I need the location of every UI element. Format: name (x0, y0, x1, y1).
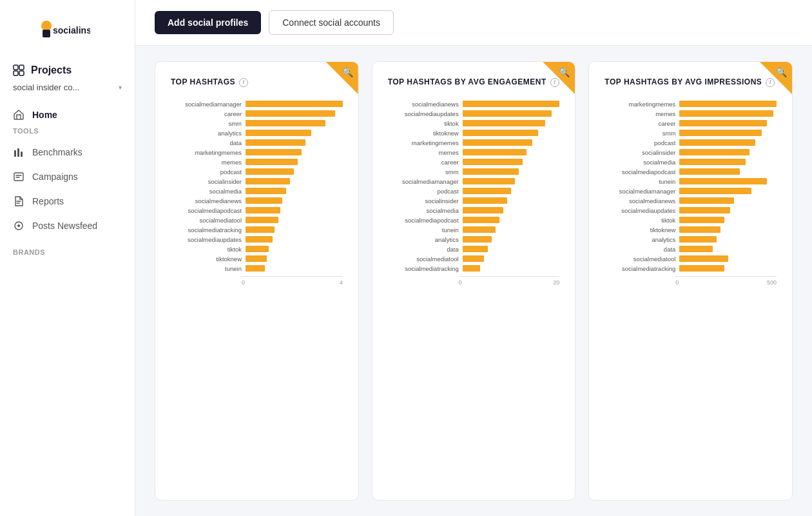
sidebar-item-home[interactable]: Home (0, 103, 135, 127)
bar-fill (463, 226, 496, 233)
info-icon-2: i (550, 78, 559, 87)
svg-point-0 (41, 21, 52, 31)
bar-label: socialmediaupdates (171, 236, 242, 243)
bar-row: tiktok (604, 217, 777, 224)
bar-track (246, 159, 343, 165)
bar-track (679, 101, 777, 107)
bar-fill (246, 149, 302, 155)
bar-fill (246, 236, 273, 243)
bar-fill (463, 178, 515, 184)
chart-top-hashtags-impressions: 🔍 TOP HASHTAGS BY AVG IMPRESSIONS i mark… (588, 61, 793, 501)
bar-label: socialmedia (171, 188, 242, 195)
svg-rect-6 (19, 71, 24, 75)
bar-fill (246, 130, 311, 136)
bar-track (679, 246, 777, 252)
bar-fill (246, 101, 343, 107)
projects-header: Projects (0, 58, 135, 80)
bar-label: career (604, 120, 675, 127)
add-social-profiles-button[interactable]: Add social profiles (155, 11, 261, 34)
bar-fill (246, 217, 278, 223)
bar-fill (246, 188, 286, 194)
sidebar-item-posts-newsfeed[interactable]: Posts Newsfeed (0, 213, 135, 238)
bar-track (463, 130, 560, 136)
bar-label: data (604, 246, 675, 253)
home-icon (13, 109, 24, 121)
bar-row: socialmediatracking (604, 265, 777, 272)
bar-row: career (604, 120, 777, 127)
svg-rect-1 (43, 30, 50, 37)
bar-label: tiktok (388, 120, 459, 127)
bar-fill (679, 130, 762, 136)
bar-fill (679, 265, 724, 272)
bar-row: tiktok (388, 120, 560, 127)
sidebar-item-reports[interactable]: Reports (0, 189, 135, 213)
bar-fill (463, 130, 539, 136)
project-dropdown[interactable]: social insider co... ▾ (0, 80, 135, 103)
bar-track (246, 236, 343, 243)
bar-label: marketingmemes (388, 139, 459, 146)
sidebar-item-campaigns[interactable]: Campaigns (0, 164, 135, 189)
bar-row: tiktok (171, 246, 343, 253)
bar-label: socialmediamanager (604, 188, 675, 195)
bar-track (246, 217, 343, 223)
bar-fill (679, 110, 773, 117)
svg-rect-10 (14, 173, 23, 181)
logo: socialinsider (13, 19, 90, 39)
bar-row: tunein (171, 265, 343, 272)
bar-fill (246, 120, 325, 126)
svg-point-12 (17, 224, 20, 227)
bar-row: data (171, 139, 343, 146)
search-icon-3[interactable]: 🔍 (776, 67, 787, 77)
bar-row: memes (171, 159, 343, 166)
bar-track (679, 188, 777, 194)
bar-track (463, 217, 560, 223)
bar-track (679, 207, 777, 213)
bar-row: socialinsider (604, 149, 777, 156)
bar-fill (463, 149, 527, 155)
connect-social-accounts-button[interactable]: Connect social accounts (269, 10, 394, 35)
bar-row: socialmediatool (604, 255, 777, 263)
charts-area: 🔍 TOP HASHTAGS i socialmediamanager care… (135, 46, 812, 516)
main-content: Add social profiles Connect social accou… (135, 0, 812, 516)
bar-track (463, 178, 560, 184)
bar-row: socialmediaupdates (604, 207, 777, 214)
bar-track (463, 159, 560, 165)
sidebar-item-benchmarks[interactable]: Benchmarks (0, 140, 135, 164)
bar-track (463, 246, 560, 252)
bar-label: socialmedianews (171, 197, 242, 204)
svg-text:socialinsider: socialinsider (53, 25, 90, 35)
search-icon[interactable]: 🔍 (342, 67, 353, 77)
bar-fill (679, 207, 730, 213)
bar-track (246, 188, 343, 194)
bar-row: data (388, 246, 560, 253)
bar-row: socialmedia (604, 159, 777, 166)
bar-fill (246, 159, 298, 165)
bar-track (463, 149, 560, 155)
bar-label: socialmediapodcast (388, 217, 459, 224)
bar-label: socialmediatool (388, 255, 459, 263)
bar-fill (246, 255, 267, 262)
bar-fill (463, 168, 519, 175)
bar-label: career (171, 110, 242, 117)
bar-track (679, 226, 777, 233)
search-icon-2[interactable]: 🔍 (559, 67, 570, 77)
bar-label: tiktoknew (171, 255, 242, 263)
bar-fill (246, 110, 335, 117)
bar-fill (246, 168, 294, 175)
bar-row: socialmediaupdates (171, 236, 343, 243)
bar-label: socialmediaupdates (604, 207, 675, 214)
bar-fill (463, 246, 488, 252)
bar-row: tiktoknew (171, 255, 343, 263)
bar-track (679, 139, 777, 146)
bar-row: socialmediatracking (171, 226, 343, 233)
bar-label: socialmediapodcast (604, 168, 675, 175)
bar-fill (679, 226, 720, 233)
bar-track (246, 110, 343, 117)
project-name: social insider co... (13, 83, 79, 92)
bar-track (246, 168, 343, 175)
bar-row: smm (388, 168, 560, 175)
bar-row: socialmedia (388, 207, 560, 214)
bar-fill (246, 226, 275, 233)
bar-label: podcast (171, 168, 242, 175)
bar-label: socialmediatracking (604, 265, 675, 272)
